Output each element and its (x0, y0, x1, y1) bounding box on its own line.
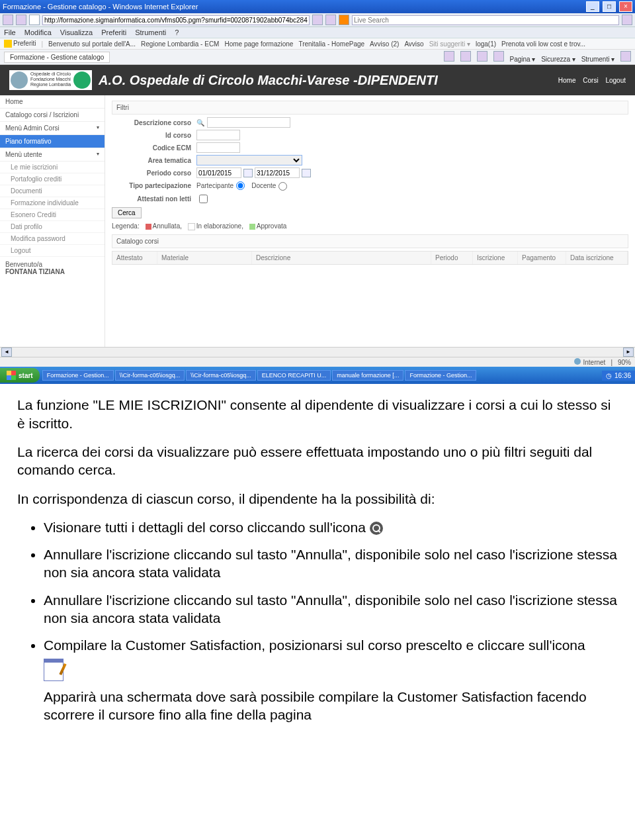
calendar-from-icon[interactable] (243, 169, 253, 177)
doc-bullet-3: Annullare l'iscrizione cliccando sul tas… (44, 591, 618, 628)
label-id: Id corso (112, 132, 191, 139)
mail-icon[interactable] (477, 51, 487, 62)
input-id[interactable] (196, 130, 240, 140)
browser-tab[interactable]: Formazione - Gestione catalogo (4, 52, 110, 63)
menu-modifica[interactable]: Modifica (24, 28, 52, 36)
task-1[interactable]: \\Cir-forma-c05\iosgq... (115, 370, 185, 381)
sidebar-sub-iscrizioni[interactable]: Le mie iscrizioni (0, 162, 105, 173)
scroll-right-icon[interactable]: ► (623, 348, 634, 357)
status-zoom[interactable]: 90% (618, 359, 631, 366)
fav-link-1[interactable]: Regione Lombardia - ECM (141, 40, 219, 48)
help-icon[interactable] (620, 51, 631, 62)
col-attestato: Attestato (112, 252, 157, 264)
tray-icon: ◷ (606, 372, 612, 379)
input-descrizione[interactable] (207, 117, 290, 128)
search-input[interactable] (352, 15, 619, 25)
window-titlebar: Formazione - Gestione catalogo - Windows… (0, 0, 635, 13)
doc-paragraph-3: In corrispondenza di ciascun corso, il d… (17, 490, 618, 508)
menu-help[interactable]: ? (175, 28, 179, 36)
content-area: Home Catalogo corsi / Iscrizioni Menù Ad… (0, 95, 635, 347)
home-icon[interactable] (444, 51, 454, 62)
close-button[interactable]: × (619, 1, 632, 12)
nav-logout[interactable]: Logout (605, 77, 626, 84)
radio-docente[interactable] (278, 182, 287, 191)
welcome-label: Benvenuto/a (5, 261, 99, 268)
horizontal-scrollbar[interactable]: ◄ ► (0, 347, 635, 357)
minimize-button[interactable]: _ (586, 1, 599, 12)
maximize-button[interactable]: □ (603, 1, 616, 12)
task-0[interactable]: Formazione - Gestion... (42, 370, 114, 381)
fav-link-2[interactable]: Home page formazione (224, 40, 293, 48)
sidebar-sub-crediti[interactable]: Portafoglio crediti (0, 173, 105, 185)
tool-strumenti[interactable]: Strumenti ▾ (581, 56, 615, 63)
nav-home[interactable]: Home (558, 77, 576, 84)
opt-partecipante-label: Partecipante (196, 182, 233, 189)
col-data: Data iscrizione (566, 252, 628, 264)
sidebar-sub-password[interactable]: Modifica password (0, 233, 105, 245)
sidebar-sub-profilo[interactable]: Dati profilo (0, 221, 105, 233)
welcome-user: FONTANA TIZIANA (5, 268, 65, 275)
url-input[interactable] (42, 15, 310, 25)
nav-corsi[interactable]: Corsi (583, 77, 598, 84)
window-controls: _ □ × (585, 1, 632, 12)
cerca-button[interactable]: Cerca (112, 207, 142, 218)
logo-ospedale-icon (11, 71, 28, 89)
select-area[interactable] (196, 155, 302, 165)
task-4[interactable]: manuale formazione [... (332, 370, 403, 381)
legend-approvata: Approvata (257, 222, 287, 230)
tool-pagina[interactable]: Pagina ▾ (509, 56, 535, 63)
sidebar-home[interactable]: Home (0, 95, 105, 109)
sidebar-sub-esonero[interactable]: Esonero Crediti (0, 209, 105, 221)
stop-button[interactable] (325, 15, 336, 25)
search-go-button[interactable] (622, 15, 632, 25)
radio-partecipante[interactable] (236, 181, 245, 190)
menu-strumenti[interactable]: Strumenti (135, 28, 166, 36)
sidebar-admin[interactable]: Menù Admin Corsi (0, 122, 105, 135)
logo-regione-icon (73, 71, 91, 89)
favorites-bar: Preferiti | Benvenuto sul portale dell'A… (0, 38, 635, 50)
globe-icon (574, 358, 581, 365)
feeds-icon[interactable] (460, 51, 471, 62)
checkbox-attestati[interactable] (199, 195, 208, 203)
page-icon (29, 15, 40, 25)
system-tray[interactable]: ◷ 16:36 (602, 371, 635, 381)
fav-link-6[interactable]: Siti suggeriti ▾ (429, 40, 470, 48)
print-icon[interactable] (493, 51, 504, 62)
input-ecm[interactable] (196, 142, 240, 153)
fav-link-8[interactable]: Prenota voli low cost e trov... (501, 40, 585, 48)
tool-sicurezza[interactable]: Sicurezza ▾ (541, 56, 575, 63)
fav-link-5[interactable]: Avviso (404, 40, 423, 48)
taskbar: start Formazione - Gestion... \\Cir-form… (0, 367, 635, 384)
start-button[interactable]: start (0, 368, 40, 383)
fav-link-0[interactable]: Benvenuto sul portale dell'A... (48, 40, 136, 48)
task-5[interactable]: Formazione - Gestion... (405, 370, 476, 381)
input-date-from[interactable] (196, 167, 241, 178)
forward-button[interactable] (16, 15, 26, 25)
sidebar-catalogo[interactable]: Catalogo corsi / Iscrizioni (0, 109, 105, 122)
magnifier-icon (370, 522, 383, 535)
address-bar (0, 13, 635, 27)
sidebar-utente[interactable]: Menù utente (0, 148, 105, 162)
menu-visualizza[interactable]: Visualizza (60, 28, 93, 36)
sidebar-sub-logout[interactable]: Logout (0, 245, 105, 257)
task-2[interactable]: \\Cir-forma-c05\iosgq... (186, 370, 256, 381)
fav-link-4[interactable]: Avviso (2) (370, 40, 399, 48)
search-engine-icon (339, 15, 349, 25)
menu-file[interactable]: File (4, 28, 16, 36)
back-button[interactable] (3, 15, 13, 25)
menu-preferiti[interactable]: Preferiti (101, 28, 126, 36)
sidebar-sub-documenti[interactable]: Documenti (0, 185, 105, 197)
fav-link-7[interactable]: loga(1) (476, 40, 496, 48)
input-date-to[interactable] (255, 167, 300, 178)
refresh-button[interactable] (312, 15, 323, 25)
logo-text: Ospedale di Circolo Fondazione Macchi Re… (30, 71, 71, 89)
sidebar: Home Catalogo corsi / Iscrizioni Menù Ad… (0, 95, 105, 347)
calendar-to-icon[interactable] (302, 169, 311, 177)
sidebar-piano[interactable]: Piano formativo (0, 135, 105, 148)
fav-link-3[interactable]: Trenitalia - HomePage (298, 40, 364, 48)
task-3[interactable]: ELENCO RECAPITI U... (257, 370, 331, 381)
sidebar-sub-formazione[interactable]: Formazione individuale (0, 197, 105, 209)
table-header: Attestato Materiale Descrizione Periodo … (112, 252, 628, 264)
window-title: Formazione - Gestione catalogo - Windows… (3, 3, 198, 11)
scroll-left-icon[interactable]: ◄ (1, 348, 12, 357)
